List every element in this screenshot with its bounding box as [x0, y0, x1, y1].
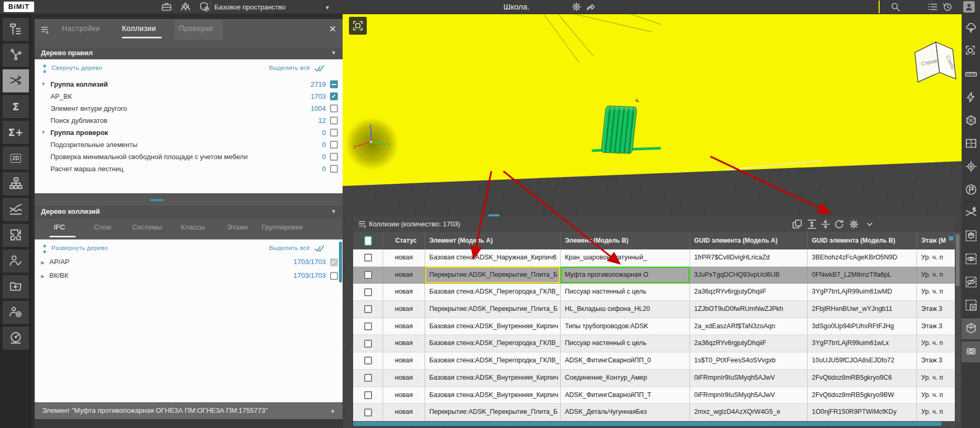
orbit-view-button[interactable] [962, 341, 980, 362]
row-checkbox[interactable] [364, 340, 372, 348]
element-b-cell[interactable]: Писсуар настенный с цель [561, 284, 690, 300]
tab-settings[interactable]: Настройки [62, 24, 100, 33]
element-a-cell[interactable]: Базовая стена:ADSK_Внутренняя_Кирпич [425, 387, 561, 404]
element-a-cell[interactable]: Базовая стена:ADSK_Наружная_Кирпич6 [425, 249, 561, 266]
element-a-cell[interactable]: Перекрытие:ADSK_Перекрытие_Плита_Б [425, 267, 561, 284]
search-icon[interactable] [890, 1, 901, 13]
element-b-cell[interactable]: ADSK_ФитингСварнойПП_Т [561, 387, 690, 404]
collision-tab-группировки[interactable]: Группировки [262, 223, 303, 231]
element-a-cell[interactable]: Базовая стена:ADSK_Внутренняя_Кирпич [425, 318, 561, 335]
splitter-handle[interactable] [150, 199, 163, 201]
rule-checkbox[interactable] [330, 153, 338, 161]
collapse-expand-icon[interactable] [41, 64, 48, 74]
collision-tab-слои[interactable]: Слои [94, 223, 111, 231]
select-all-link[interactable]: Выделить всё [269, 245, 310, 254]
fit-rows-icon[interactable] [820, 218, 831, 230]
rule-checkbox[interactable] [330, 105, 338, 112]
rule-checkbox[interactable] [330, 129, 338, 137]
collision-checkbox[interactable] [330, 272, 338, 280]
selected-sleeve-element[interactable] [601, 106, 637, 154]
user-location-button[interactable] [3, 301, 29, 324]
table-row[interactable]: новаяПерекрытие:ADSK_Перекрытие_Плита_БA… [353, 404, 955, 421]
row-checkbox[interactable] [364, 271, 372, 279]
row-height-icon[interactable] [806, 218, 818, 230]
collision-tree-header[interactable]: Дерево коллизий ▼ [35, 205, 343, 218]
row-checkbox[interactable] [364, 391, 372, 399]
table-row[interactable]: новаяБазовая стена:ADSK_Внутренняя_Кирпи… [353, 370, 955, 387]
chevron-up-icon[interactable]: ▲ [330, 402, 335, 419]
rules-tree-item[interactable]: Подозрительные элементы0 [35, 139, 343, 151]
vscroll-thumb[interactable] [956, 234, 960, 286]
rule-checkbox[interactable] [330, 165, 338, 173]
header-select-all[interactable] [353, 232, 383, 249]
copy-icon[interactable] [791, 218, 803, 230]
solid-view-button[interactable] [962, 318, 980, 339]
history-icon[interactable] [942, 1, 953, 13]
rules-tree-item[interactable]: АР_ВК1703 [35, 90, 343, 102]
element-a-cell[interactable]: Базовая стена:ADSK_Внутренняя_Кирпич [425, 370, 561, 387]
table-row[interactable]: новаяБазовая стена:ADSK_Внутренняя_Кирпи… [353, 387, 955, 404]
collapse-tree-link[interactable]: Свернуть дерево [51, 65, 102, 74]
table-row[interactable]: новаяПерекрытие:ADSK_Перекрытие_Плита_БH… [353, 301, 955, 318]
rule-checkbox[interactable] [330, 92, 338, 100]
view-cube[interactable]: Справа Сзади [911, 37, 961, 87]
table-row[interactable]: новаяБазовая стена:ADSK_Наружная_Кирпич6… [353, 249, 955, 267]
select-all-check-icon[interactable] [314, 64, 325, 72]
isolate-element-button[interactable] [962, 226, 980, 247]
rules-tree-item[interactable]: Расчет марша лестниц0 [35, 163, 343, 175]
table-row[interactable]: новаяБазовая стена:ADSK_Перегородка_ГКЛВ… [353, 284, 955, 301]
element-b-cell[interactable]: ADSK_ФитингСварнойПП_0 [561, 352, 690, 369]
tree-caret-icon[interactable]: ▶ [41, 269, 45, 283]
folder-export-button[interactable] [3, 275, 29, 298]
sheet-2d-button[interactable]: 2D [3, 147, 29, 170]
selected-element-bar[interactable]: Элемент "Муфта противопожарная ОГНЕЗА ПМ… [35, 402, 343, 419]
collision-tab-ifc[interactable]: IFC [54, 223, 65, 231]
select-region-button[interactable] [962, 41, 980, 62]
briefcase-icon[interactable] [161, 1, 172, 13]
row-checkbox[interactable] [364, 322, 372, 330]
table-menu-icon[interactable] [357, 219, 368, 231]
locate-button[interactable] [962, 156, 980, 178]
refresh-icon[interactable] [833, 218, 845, 230]
flag-button[interactable] [962, 180, 980, 201]
column-header[interactable]: Статус [383, 232, 425, 249]
tree-scrollbar[interactable] [339, 242, 342, 283]
workspace-selector[interactable]: Базовое пространство [214, 3, 286, 11]
chevron-down-icon[interactable]: ▼ [325, 5, 330, 11]
chevron-down-icon[interactable]: ▼ [331, 205, 336, 218]
menu-list-icon[interactable] [927, 1, 938, 13]
section-box-button[interactable] [962, 110, 980, 131]
scene-tree-button[interactable] [962, 18, 980, 39]
element-b-cell[interactable]: Муфта противопожарная О [561, 267, 690, 284]
element-a-cell[interactable]: Базовая стена:ADSK_Перегородка_ГКЛВ_ [425, 335, 561, 352]
rules-tree-item[interactable]: Элемент внтури другого1004 [35, 102, 343, 114]
org-chart-button[interactable] [3, 172, 29, 195]
collisions-shuffle-button[interactable] [3, 69, 29, 92]
element-a-cell[interactable]: Перекрытие:ADSK_Перекрытие_Плита_Б [425, 404, 561, 421]
tree-caret-icon[interactable]: ▼ [41, 78, 46, 90]
rules-tree-item[interactable]: Проверка минимальной свободной площади с… [35, 151, 343, 163]
row-checkbox[interactable] [364, 409, 372, 416]
element-b-cell[interactable]: HL_Вкладыш сифона_HL20 [561, 301, 690, 318]
element-b-cell[interactable]: Типы трубопроводов:ADSK [561, 318, 690, 335]
table-row[interactable]: новаяБазовая стена:ADSK_Перегородка_ГКЛВ… [353, 352, 955, 370]
tree-caret-icon[interactable]: ▼ [41, 127, 46, 139]
panel-menu-icon[interactable] [40, 25, 50, 37]
charts-button[interactable] [3, 198, 29, 221]
row-checkbox[interactable] [364, 254, 372, 262]
share-icon[interactable] [585, 1, 596, 13]
reset-selection-button[interactable] [962, 295, 980, 316]
expand-tree-link[interactable]: Развернуть дерево [51, 245, 108, 254]
hide-element-button[interactable] [962, 272, 980, 293]
select-all-check-icon[interactable] [314, 244, 325, 253]
row-checkbox[interactable] [364, 288, 372, 296]
select-all-link[interactable]: Выделить всё [269, 65, 310, 74]
plugins-puzzle-button[interactable] [3, 224, 29, 247]
model-tree-button[interactable] [3, 18, 29, 41]
shield-check-icon[interactable] [199, 1, 210, 13]
rule-checkbox[interactable] [330, 80, 338, 88]
rules-tree-item[interactable]: Поиск дубликатов12 [35, 114, 343, 127]
collision-tree-item[interactable]: ▶ВК/ВК1703/1703 [35, 269, 343, 283]
element-b-cell[interactable]: Соединение_Контур_Амер [561, 370, 690, 387]
rules-tree-header[interactable]: Дерево правил ▼ [35, 46, 343, 60]
